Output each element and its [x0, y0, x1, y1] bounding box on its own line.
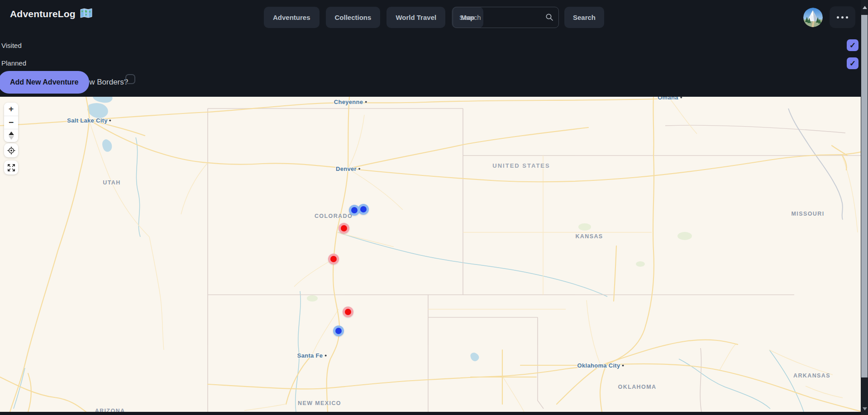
zoom-out-button[interactable]: −: [4, 116, 18, 129]
top-navigation-bar: AdventureLog Adventures Collections Worl…: [0, 0, 861, 36]
world-map-emoji-icon: [80, 8, 92, 20]
ellipsis-icon: [837, 16, 839, 19]
bottom-edge-strip: [0, 412, 868, 415]
user-avatar[interactable]: [803, 8, 823, 27]
planned-filter-label: Planned: [1, 59, 26, 67]
visited-filter-checkbox[interactable]: ✓: [847, 39, 858, 51]
show-borders-checkbox[interactable]: [125, 74, 135, 84]
plus-icon: +: [9, 104, 14, 113]
geolocate-button[interactable]: [4, 143, 18, 157]
map-zoom-control-group: + −: [4, 103, 18, 142]
brand[interactable]: AdventureLog: [10, 8, 92, 20]
pitch-bearing-button[interactable]: [4, 129, 18, 142]
adventure-marker-visited-2[interactable]: [328, 254, 339, 264]
add-new-adventure-button[interactable]: Add New Adventure: [0, 71, 89, 94]
nav-world-travel-button[interactable]: World Travel: [386, 7, 445, 28]
search-icon: [545, 13, 553, 23]
main-nav: Adventures Collections World Travel Map: [264, 7, 483, 28]
adventure-marker-planned-2[interactable]: [349, 205, 360, 216]
pitch-up-icon: [9, 132, 14, 135]
checkmark-icon: ✓: [849, 42, 856, 49]
scrollbar-thumb[interactable]: [861, 15, 868, 377]
page-scrollbar[interactable]: [861, 0, 868, 415]
app-title: AdventureLog: [10, 9, 76, 19]
scroll-up-arrow-icon[interactable]: [863, 6, 867, 9]
geolocate-icon: [7, 146, 15, 155]
search-button[interactable]: Search: [564, 7, 604, 28]
pitch-down-icon: [9, 136, 14, 140]
minus-icon: −: [9, 118, 14, 127]
adventure-marker-visited-3[interactable]: [343, 307, 353, 317]
basemap-tiles: [0, 97, 861, 412]
zoom-in-button[interactable]: +: [4, 103, 18, 116]
visited-filter-label: Visited: [1, 42, 22, 49]
planned-filter-checkbox[interactable]: ✓: [847, 57, 858, 69]
adventure-marker-visited-1[interactable]: [339, 223, 349, 234]
overflow-menu-button[interactable]: [830, 6, 855, 28]
checkmark-icon: ✓: [849, 60, 856, 67]
search-field-wrap: [453, 7, 559, 28]
nav-adventures-button[interactable]: Adventures: [264, 7, 320, 28]
adventurelog-app: AdventureLog Adventures Collections Worl…: [0, 0, 868, 415]
map[interactable]: UNITED STATESUTAHCOLORADOKANSASMISSOURIN…: [0, 97, 861, 412]
scroll-down-arrow-icon[interactable]: [863, 407, 867, 410]
adventure-marker-planned-3[interactable]: [333, 325, 344, 336]
fullscreen-button[interactable]: [4, 160, 18, 174]
fullscreen-icon: [7, 164, 15, 172]
search-input[interactable]: [453, 7, 559, 28]
nav-collections-button[interactable]: Collections: [326, 7, 381, 28]
